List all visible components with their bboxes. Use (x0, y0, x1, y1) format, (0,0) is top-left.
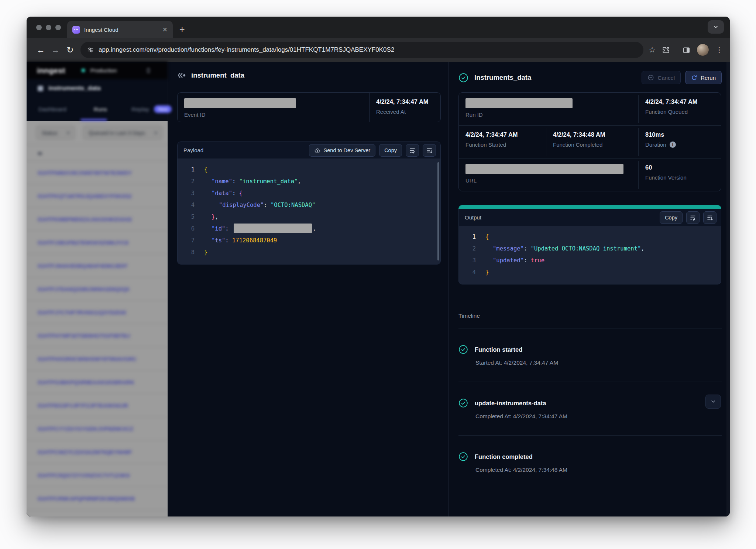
run-id-list: 01HTFN86XV8CXW8785TW7E3WDY01HTFKQT1M7RSJ… (27, 161, 168, 510)
id-column-header: ID (27, 145, 168, 161)
info-icon[interactable]: i (670, 141, 676, 148)
date-range-filter[interactable]: Queued in Last 3 Days ▾ (83, 126, 162, 140)
run-id[interactable]: 01HTFG3BKPQSR9EAA910GBRARN (27, 371, 168, 394)
code-line: 8} (178, 246, 440, 258)
output-card: Output Copy 1{2"message": "Updated O (458, 205, 721, 284)
browser-tab[interactable]: Inngest Cloud ✕ (67, 21, 173, 38)
payload-code: 1{2"name": "instrument_data",3"data": {4… (177, 158, 441, 265)
send-to-dev-server-button[interactable]: Send to Dev Server (309, 144, 376, 157)
environment-status-dot (82, 69, 85, 72)
run-id[interactable]: 01HTFJ7C7HF7RVN011Q3YD2530 (27, 301, 168, 324)
window-controls[interactable] (36, 25, 61, 30)
environment-selector[interactable]: Production (82, 67, 117, 74)
event-panel: instrument_data Event ID 4/2/24, 7:34:47… (168, 62, 449, 516)
toolbar-separator (676, 46, 676, 54)
extensions-icon[interactable] (662, 46, 670, 54)
timeline-subtitle: Completed At: 4/2/2024, 7:34:48 AM (475, 467, 722, 473)
rerun-refresh-icon (691, 75, 697, 81)
date-range-label: Queued in Last 3 Days (89, 130, 145, 136)
tab-runs[interactable]: Runs (94, 106, 107, 113)
success-check-icon (458, 73, 468, 83)
function-completed-value: 4/2/24, 7:34:48 AM (553, 131, 632, 138)
cancel-button[interactable]: Cancel (642, 71, 681, 84)
function-version-label: Function Version (645, 174, 714, 181)
run-id[interactable]: 01HTFC5QG7ZYVXNZVC7VT1Z4K6 (27, 464, 168, 487)
filter-row: Status ▾ Queued in Last 3 Days ▾ (27, 121, 168, 145)
event-title: instrument_data (191, 71, 244, 79)
output-success-bar (458, 205, 721, 209)
function-row[interactable]: instruments_data (27, 79, 168, 98)
run-id[interactable]: 01HTFJ94AVE0BQ48AF4DM13E9T (27, 254, 168, 277)
environment-chevrons-icon[interactable] (145, 67, 151, 74)
url-text[interactable]: app.inngest.com/env/production/functions… (99, 46, 394, 54)
received-at-value: 4/2/24, 7:34:47 AM (376, 98, 429, 105)
output-copy-button[interactable]: Copy (660, 211, 683, 224)
bookmark-star-icon[interactable]: ☆ (649, 45, 656, 54)
event-id-label: Event ID (184, 112, 362, 118)
word-wrap-icon (409, 147, 416, 154)
output-code: 1{2"message": "Updated OCTO:NASDAQ instr… (458, 226, 721, 284)
function-queued-label: Function Queued (645, 109, 714, 115)
menu-kebab-icon[interactable]: ⋮ (715, 45, 723, 54)
run-id-redacted (465, 98, 573, 108)
timeline-subtitle: Started At: 4/2/2024, 7:34:47 AM (475, 359, 722, 366)
event-details-card: Event ID 4/2/24, 7:34:47 AM Received At (177, 92, 441, 122)
site-settings-icon[interactable] (87, 47, 94, 53)
tab-replay[interactable]: Replay (131, 106, 149, 113)
back-button[interactable]: ← (33, 45, 48, 55)
scrollbar-gutter[interactable] (726, 62, 730, 516)
run-details-card: Run ID 4/2/24, 7:34:47 AM Function Queue… (458, 92, 721, 191)
tab-dashboard[interactable]: Dashboard (38, 106, 66, 113)
reload-button[interactable]: ↻ (63, 45, 78, 55)
run-id[interactable]: 01HTFN86XV8CXW8785TW7E3WDY (27, 161, 168, 184)
run-id[interactable]: 01HTFJ3B1PB27EWGK5Z086JYC8 (27, 231, 168, 254)
run-id[interactable]: 01HTFCR9KAPQP0R8PZK3MQNMXB (27, 487, 168, 510)
code-line: 3"data": { (178, 187, 440, 199)
maximize-window-button[interactable] (55, 25, 61, 30)
tab-search-chevron-button[interactable] (708, 20, 724, 34)
output-scroll-to-bottom-button[interactable] (703, 211, 717, 224)
inngest-logo[interactable]: inngest (37, 66, 65, 75)
run-id[interactable]: 01HTFCWZ7CZ2X3AZM75QEYNH8F (27, 440, 168, 464)
code-line: 1{ (459, 231, 721, 243)
close-window-button[interactable] (36, 25, 42, 30)
payload-copy-button[interactable]: Copy (379, 144, 402, 157)
tab-strip: Inngest Cloud ✕ + (27, 17, 730, 38)
timeline-title: Timeline (458, 313, 722, 319)
address-bar[interactable]: app.inngest.com/env/production/functions… (80, 42, 643, 58)
sidebar-tabs: Dashboard Runs Replay New (27, 98, 168, 121)
forward-button[interactable]: → (48, 45, 63, 55)
status-filter[interactable]: Status ▾ (36, 126, 75, 140)
run-id[interactable]: 01HTFKQT1M7RSJQABEXYF0K0S2 (27, 184, 168, 208)
expand-step-button[interactable] (705, 395, 721, 409)
run-id[interactable]: 01HTFHXGR0CWNHSWY8T9NAVGRC (27, 347, 168, 371)
sidebar: inngest Production instruments_data Dash… (27, 62, 168, 516)
runs-list-region: Status ▾ Queued in Last 3 Days ▾ ID 01HT… (27, 121, 168, 516)
payload-card: Payload Send to Dev Server Copy (177, 141, 441, 265)
payload-title: Payload (183, 147, 305, 153)
run-id[interactable]: 01HTFJ7DA6Q2385JWNH1E8Q2Q0 (27, 277, 168, 301)
minimize-window-button[interactable] (46, 25, 51, 30)
code-line: 6"id": , (178, 223, 440, 235)
run-id-label: Run ID (465, 112, 632, 118)
timeline-subtitle: Completed At: 4/2/2024, 7:34:47 AM (475, 413, 722, 420)
tab-close-icon[interactable]: ✕ (162, 26, 168, 34)
output-word-wrap-button[interactable] (686, 211, 700, 224)
new-tab-button[interactable]: + (179, 24, 185, 35)
run-id[interactable]: 01HTFHYWF32TSB9HGT01F5BTBJ (27, 324, 168, 347)
side-panel-icon[interactable] (683, 46, 690, 54)
code-line: 4"displayCode": "OCTO:NASDAQ" (178, 199, 440, 211)
run-id[interactable]: 01HTFCYYZGYGYGDKJVP82NKXCZ (27, 417, 168, 440)
word-wrap-button[interactable] (406, 144, 419, 157)
run-id[interactable]: 01HTFKMBPMD0ZAJ4AG04KD3A02 (27, 208, 168, 231)
rerun-button[interactable]: Rerun (685, 71, 722, 84)
event-icon (177, 72, 186, 78)
function-version-value: 60 (645, 164, 714, 171)
run-id[interactable]: 01HTFEG3FVJP7FZJP7EA5KN3JR (27, 394, 168, 417)
profile-avatar[interactable] (697, 44, 709, 56)
scroll-to-bottom-button[interactable] (423, 144, 436, 157)
scrollbar-thumb[interactable] (437, 162, 439, 260)
code-line: 2"name": "instrument_data", (178, 175, 440, 187)
chevron-down-icon: ▾ (155, 130, 157, 136)
step-check-icon (458, 452, 468, 461)
